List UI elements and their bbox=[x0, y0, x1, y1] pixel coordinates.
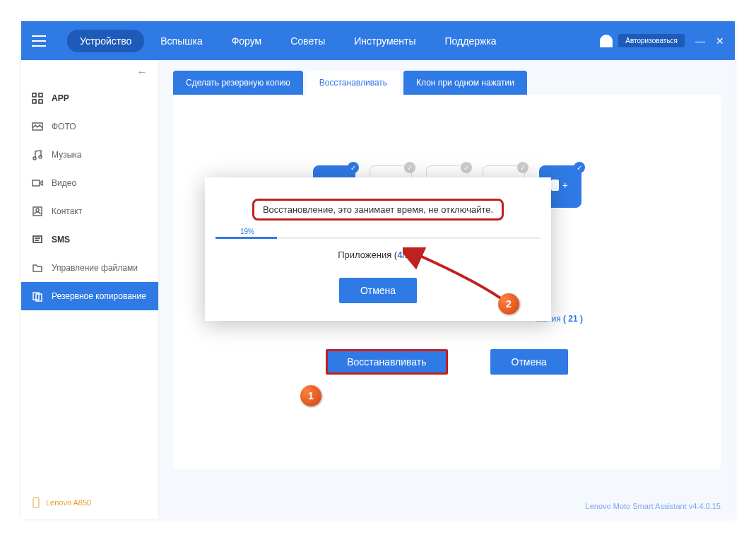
titlebar: Устройство Вспышка Форум Советы Инструме… bbox=[21, 21, 735, 60]
tab-clone[interactable]: Клон при одном нажатии bbox=[403, 71, 527, 95]
tab-backup[interactable]: Сделать резервную копию bbox=[173, 71, 303, 95]
nav-tabs: Устройство Вспышка Форум Советы Инструме… bbox=[67, 30, 600, 52]
back-button[interactable]: ← bbox=[21, 60, 158, 84]
device-status[interactable]: Lenovo A850 bbox=[32, 497, 91, 508]
nav-tab-forum[interactable]: Форум bbox=[219, 30, 275, 52]
sidebar-item-label: Контакт bbox=[52, 206, 82, 216]
video-icon bbox=[32, 177, 43, 189]
nav-tab-tools[interactable]: Инструменты bbox=[341, 30, 428, 52]
sidebar-item-label: Музыка bbox=[52, 150, 81, 160]
music-icon bbox=[32, 149, 43, 160]
sidebar-item-video[interactable]: Видео bbox=[21, 169, 158, 197]
sidebar-item-app[interactable]: APP bbox=[21, 84, 158, 112]
sidebar-item-label: Управление файлами bbox=[52, 263, 138, 273]
svg-rect-1 bbox=[33, 93, 36, 97]
sidebar-item-label: Резервное копирование bbox=[52, 291, 146, 301]
progress-fill bbox=[215, 237, 277, 239]
backup-icon bbox=[32, 290, 43, 302]
svg-rect-14 bbox=[33, 498, 39, 507]
user-area: Авторизоваться bbox=[600, 34, 685, 47]
svg-point-0 bbox=[604, 37, 608, 41]
menu-icon[interactable] bbox=[32, 35, 46, 47]
content-tabs: Сделать резервную копию Восстанавливать … bbox=[159, 60, 735, 95]
svg-rect-3 bbox=[33, 100, 36, 103]
cancel-button[interactable]: Отмена bbox=[490, 349, 568, 375]
svg-point-10 bbox=[36, 209, 39, 211]
sms-icon bbox=[32, 234, 43, 245]
grid-icon bbox=[32, 93, 43, 104]
tab-restore[interactable]: Восстанавливать bbox=[307, 71, 400, 95]
sidebar-item-label: Видео bbox=[52, 178, 76, 188]
window-controls: — ✕ bbox=[695, 35, 724, 47]
app-window: Устройство Вспышка Форум Советы Инструме… bbox=[0, 0, 756, 540]
contact-icon bbox=[32, 206, 43, 217]
check-icon: ✓ bbox=[404, 162, 415, 173]
svg-rect-11 bbox=[33, 236, 42, 242]
close-button[interactable]: ✕ bbox=[716, 35, 724, 47]
sidebar-item-contact[interactable]: Контакт bbox=[21, 197, 158, 225]
sidebar-item-backup[interactable]: Резервное копирование bbox=[21, 282, 158, 310]
svg-rect-4 bbox=[39, 100, 42, 103]
check-icon: ✓ bbox=[348, 162, 359, 173]
window-frame: Устройство Вспышка Форум Советы Инструме… bbox=[21, 21, 735, 519]
nav-tab-tips[interactable]: Советы bbox=[278, 30, 338, 52]
footer-version: Lenovo Moto Smart Assistant v4.4.0.15 bbox=[586, 502, 721, 510]
sidebar-item-label: ФОТО bbox=[52, 122, 76, 131]
login-button[interactable]: Авторизоваться bbox=[618, 34, 685, 47]
phone-icon bbox=[32, 497, 40, 508]
nav-tab-device[interactable]: Устройство bbox=[67, 30, 144, 52]
folder-icon bbox=[32, 262, 43, 274]
nav-tab-flash[interactable]: Вспышка bbox=[148, 30, 215, 52]
svg-point-6 bbox=[33, 157, 36, 160]
modal-message: Восстановление, это занимает время, не о… bbox=[252, 199, 504, 221]
user-icon bbox=[600, 35, 613, 47]
sidebar: ← APP ФОТО Музыка Видео bbox=[21, 60, 159, 519]
check-icon: ✓ bbox=[574, 162, 585, 173]
progress-text: Приложения (4/21) bbox=[205, 250, 551, 260]
sidebar-item-music[interactable]: Музыка bbox=[21, 141, 158, 169]
check-icon: ✓ bbox=[461, 162, 472, 173]
svg-point-7 bbox=[39, 155, 42, 158]
sidebar-item-sms[interactable]: SMS bbox=[21, 225, 158, 254]
check-icon: ✓ bbox=[517, 162, 528, 173]
progress-modal: Восстановление, это занимает время, не о… bbox=[205, 177, 551, 321]
sidebar-item-photo[interactable]: ФОТО bbox=[21, 112, 158, 141]
sidebar-item-label: SMS bbox=[52, 235, 70, 245]
action-buttons: Восстанавливать Отмена bbox=[201, 349, 692, 375]
progress-percent: 19% bbox=[205, 228, 551, 235]
progress-bar bbox=[215, 237, 541, 239]
svg-rect-2 bbox=[39, 93, 42, 97]
minimize-button[interactable]: — bbox=[695, 35, 705, 47]
sidebar-item-label: APP bbox=[52, 93, 69, 103]
sidebar-item-files[interactable]: Управление файлами bbox=[21, 254, 158, 282]
photo-icon bbox=[32, 121, 43, 132]
device-name: Lenovo A850 bbox=[46, 498, 91, 507]
svg-rect-8 bbox=[33, 180, 40, 186]
nav-tab-support[interactable]: Поддержка bbox=[432, 30, 509, 52]
restore-button[interactable]: Восстанавливать bbox=[326, 349, 447, 375]
modal-cancel-button[interactable]: Отмена bbox=[339, 278, 417, 303]
